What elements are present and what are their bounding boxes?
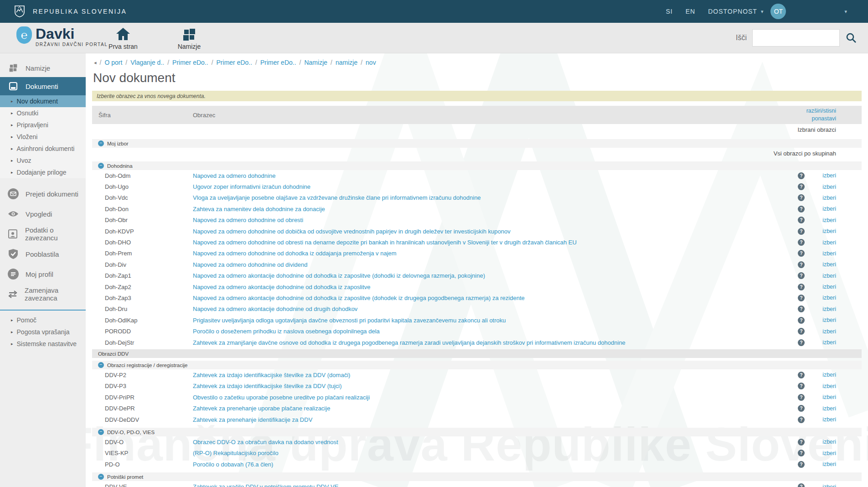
help-icon[interactable]: ? [798,239,805,246]
sidebar-item-dokumenti[interactable]: Dokumenti [0,77,86,95]
select-link[interactable]: izberi [810,394,836,400]
select-link[interactable]: izberi [810,383,836,389]
select-link[interactable]: izberi [810,339,836,346]
form-link[interactable]: Napoved za odmero dohodnine od dividend [193,261,798,268]
help-icon[interactable]: ? [798,217,805,223]
sidebar-item-dodajanje-priloge[interactable]: ▸Dodajanje priloge [0,166,86,178]
collapse-icon[interactable]: − [98,429,104,435]
chevron-down-icon[interactable]: ▾ [844,9,847,15]
help-icon[interactable]: ? [798,416,805,423]
help-icon[interactable]: ? [798,328,805,335]
breadcrumb-link[interactable]: Primer eDo.. [172,59,208,66]
form-link[interactable]: Napoved za odmero dohodnine od dobička o… [193,228,798,235]
select-link[interactable]: izberi [810,217,836,223]
form-link[interactable]: (RP-O) Rekapitulacijsko poročilo [193,450,798,456]
search-input[interactable] [752,29,840,47]
help-icon[interactable]: ? [798,405,805,412]
sidebar-item-pripravljeni[interactable]: ▸Pripravljeni [0,119,86,131]
sidebar-item-prejeti-dokumenti[interactable]: Prejeti dokumenti [0,184,86,204]
sidebar-item-asinhroni-dokumenti[interactable]: ▸Asinhroni dokumenti [0,143,86,155]
help-icon[interactable]: ? [798,228,805,235]
form-link[interactable]: Zahteva za namenitev dela dohodnine za d… [193,206,798,212]
select-link[interactable]: izberi [810,228,836,234]
select-link[interactable]: izberi [810,261,836,268]
help-icon[interactable]: ? [798,284,805,290]
sidebar-item-pogosta-vpra-anja[interactable]: ▸Pogosta vprašanja [0,326,86,338]
sidebar-item-namizje[interactable]: Namizje [0,59,86,77]
form-link[interactable]: Zahtevek za izdajo identifikacijske štev… [193,383,798,389]
select-link[interactable]: izberi [810,484,836,487]
breadcrumb-link[interactable]: Namizje [304,59,327,66]
select-link[interactable]: izberi [810,461,836,467]
select-link[interactable]: izberi [810,306,836,312]
sidebar-item-nov-dokument[interactable]: ▸Nov dokument [0,95,86,107]
sidebar-item-pooblastila[interactable]: Pooblastila [0,244,86,264]
form-link[interactable]: Napoved za odmero akontacije dohodnine o… [193,284,798,290]
form-link[interactable]: Vloga za uveljavljanje posebne olajšave … [193,194,798,201]
help-icon[interactable]: ? [798,206,805,212]
form-link[interactable]: Zahtevek za prenehanje identifikacije za… [193,416,798,423]
form-link[interactable]: Poročilo o doseženem prihodku iz naslova… [193,328,798,335]
select-link[interactable]: izberi [810,372,836,378]
davki-logo[interactable]: ℮ Davki DRŽAVNI DAVČNI PORTAL [16,26,108,47]
help-icon[interactable]: ? [798,250,805,257]
help-icon[interactable]: ? [798,394,805,401]
breadcrumb-link[interactable]: Primer eDo.. [217,59,253,66]
collapse-icon[interactable]: − [98,362,104,368]
form-link[interactable]: Ugovor zoper informativni izračun dohodn… [193,183,798,190]
help-icon[interactable]: ? [798,172,805,179]
sidebar-item-zamenjava-zavezanca[interactable]: Zamenjava zavezanca [0,284,86,304]
select-link[interactable]: izberi [810,206,836,212]
group-header[interactable]: −Obrazci registracije / deregistracije [92,361,862,369]
form-link[interactable]: Napoved za odmero dohodnine od dohodka i… [193,250,798,257]
breadcrumb-link[interactable]: O port [104,59,122,66]
collapse-icon[interactable]: − [98,163,104,169]
form-link[interactable]: Obvestilo o začetku uporabe posebne ured… [193,394,798,401]
form-link[interactable]: Napoved za odmero akontacije dohodnine o… [193,306,798,312]
help-icon[interactable]: ? [798,439,805,446]
lang-si-link[interactable]: SI [666,8,672,15]
help-icon[interactable]: ? [798,295,805,301]
form-link[interactable]: Napoved za odmero dohodnine od obresti n… [193,239,798,246]
help-icon[interactable]: ? [798,372,805,378]
select-link[interactable]: izberi [810,273,836,279]
help-icon[interactable]: ? [798,383,805,389]
group-header[interactable]: −DDV-O, PD-O, VIES [92,428,862,436]
group-header[interactable]: −Moj izbor [92,139,862,148]
help-icon[interactable]: ? [798,183,805,190]
select-link[interactable]: izberi [810,439,836,445]
help-icon[interactable]: ? [798,261,805,268]
search-button[interactable] [845,32,857,44]
sidebar-item-moj-profil[interactable]: Moj profil [0,264,86,284]
sidebar-item-podatki-o-zavezancu[interactable]: Podatki o zavezancu [0,224,86,244]
form-link[interactable]: Priglasitev uveljavljanja odloga ugotavl… [193,317,798,324]
help-icon[interactable]: ? [798,339,805,346]
breadcrumb-link[interactable]: nov [366,59,376,66]
group-header[interactable]: −Dohodnina [92,161,862,170]
group-header[interactable]: −Potniški promet [92,472,862,481]
avatar[interactable]: OT [770,4,786,19]
reset-link[interactable]: ponastavi [806,115,836,123]
help-icon[interactable]: ? [798,483,805,487]
breadcrumb-link[interactable]: Vlaganje d.. [130,59,164,66]
breadcrumb-link[interactable]: Primer eDo.. [260,59,296,66]
sidebar-item-vlo-eni[interactable]: ▸Vloženi [0,131,86,143]
accessibility-link[interactable]: DOSTOPNOST [708,8,757,15]
select-link[interactable]: izberi [810,295,836,301]
sidebar-item-sistemske-nastavitve[interactable]: ▸Sistemske nastavitve [0,338,86,350]
breadcrumb-back-icon[interactable]: ◂ [94,60,97,66]
sidebar-item-osnutki[interactable]: ▸Osnutki [0,107,86,119]
help-icon[interactable]: ? [798,194,805,201]
nav-desktop[interactable]: Namizje [162,26,217,50]
form-link[interactable]: Zahtevek za prenehanje uporabe plačane r… [193,405,798,412]
breadcrumb-link[interactable]: namizje [336,59,357,66]
select-link[interactable]: izberi [810,195,836,201]
chevron-down-icon[interactable]: ▾ [761,9,764,15]
select-link[interactable]: izberi [810,239,836,246]
form-link[interactable]: Napoved za odmero akontacije dohodnine o… [193,272,798,279]
select-link[interactable]: izberi [810,450,836,456]
form-link[interactable]: Napoved za odmero dohodnine od obresti [193,217,798,223]
form-link[interactable]: Poročilo o dobavah (76.a člen) [193,461,798,468]
collapse-icon[interactable]: − [98,140,104,146]
help-icon[interactable]: ? [798,461,805,468]
